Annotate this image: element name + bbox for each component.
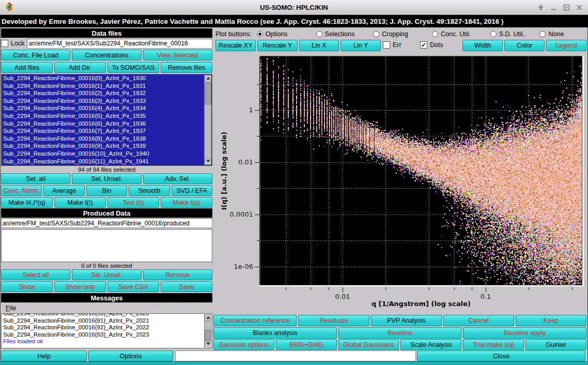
list-item[interactable]: Sub_2294_ReactionFibrine_00016{5}_AzInt_…	[2, 112, 205, 120]
window-resize-bar[interactable]	[0, 361, 588, 365]
view-selected-button[interactable]: View Selected	[143, 50, 212, 60]
show-button[interactable]: Show	[1, 281, 53, 292]
blanks-analysis-button[interactable]: Blanks analysis	[213, 327, 337, 339]
radio-conc-util[interactable]: Conc. Util.	[432, 31, 471, 38]
data-files-list[interactable]: Sub_2294_ReactionFibrine_00016{0}_AzInt_…	[1, 74, 212, 166]
scale-analysis-button[interactable]: Scale Analysis	[400, 339, 461, 350]
scroll-down-button[interactable]	[205, 158, 211, 165]
list-item[interactable]: Sub_2294_ReactionFibrine_00016{9}_AzInt_…	[2, 142, 205, 150]
bin-button[interactable]: Bin	[86, 185, 127, 196]
trial-make-i-q-button[interactable]: Trial make I(q)	[463, 339, 524, 350]
make-i-i-q-button[interactable]: Make I#,I*(q)	[1, 197, 53, 208]
list-item[interactable]: Sub_2294_ReactionFibrine_00016{6}_AzInt_…	[2, 120, 205, 128]
baseline-apply-button[interactable]: Baseline apply	[463, 327, 586, 339]
list-item[interactable]: Sub_2294_ReactionFibrine_00016{2}_AzInt_…	[2, 89, 205, 97]
legend-button[interactable]: Legend	[546, 40, 586, 51]
scroll-thumb[interactable]	[205, 330, 211, 340]
select-all-button[interactable]: Select all	[1, 269, 70, 280]
scroll-up-button[interactable]	[205, 75, 211, 82]
list-item[interactable]: Sub_2294_ReactionFibrine_00016{7}_AzInt_…	[2, 127, 205, 135]
window-title: US-SOMO: HPLC/KIN	[0, 4, 588, 11]
save-button[interactable]: Save	[161, 281, 212, 292]
err-checkbox-wrap[interactable]: Err	[383, 41, 401, 49]
maximize-button[interactable]	[562, 3, 571, 12]
radio-options[interactable]: Options	[257, 31, 288, 38]
list-item[interactable]: Sub_2294_ReactionFibrine_00016{8}_AzInt_…	[2, 135, 205, 143]
list-item[interactable]: Sub_2294_ReactionFibrine_00016{0}_AzInt_…	[2, 74, 205, 82]
lin-x-button[interactable]: Lin X	[299, 40, 339, 51]
list-item[interactable]: Sub_2294_ReactionFibrine_00016{11}_AzInt…	[2, 158, 205, 165]
data-files-header: Data files	[1, 28, 212, 38]
minimize-button[interactable]	[549, 3, 558, 12]
gaussian-options-button[interactable]: Gaussian options	[213, 339, 274, 350]
make-i-t-button[interactable]: Make I(t)	[54, 197, 106, 208]
produced-directory-input[interactable]	[1, 218, 212, 228]
list-item[interactable]: Sub_2294_ReactionFibrine_00016{1}_AzInt_…	[2, 82, 205, 90]
list-item[interactable]: Sub_2294_ReactionFibrine_00016{3}_AzInt_…	[2, 97, 205, 105]
remove-files-button[interactable]: Remove files	[161, 62, 212, 73]
color-button[interactable]: Color	[504, 40, 545, 51]
messages-list[interactable]: Sub_2294_ReactionFibrine_00016{90}_AzInt…	[1, 313, 212, 348]
list-item[interactable]: Sub_2294_ReactionFibrine_00016{93}_AzInt…	[2, 331, 205, 339]
file-menu[interactable]: File	[6, 305, 16, 312]
list-item[interactable]: Sub_2294_ReactionFibrine_00016{92}_AzInt…	[2, 324, 205, 331]
concentrations-button[interactable]: Concentrations	[72, 50, 141, 60]
baseline-button[interactable]: Baseline	[338, 327, 462, 339]
radio-none[interactable]: None	[539, 31, 564, 38]
radio-selections[interactable]: Selections	[316, 31, 355, 38]
scroll-thumb[interactable]	[205, 83, 211, 104]
average-button[interactable]: Average	[43, 185, 84, 196]
concentration-reference-button[interactable]: Concentration reference	[213, 315, 297, 326]
conc-norm-button[interactable]: Conc. Norm.	[1, 185, 42, 196]
remove-button[interactable]: Remove	[143, 269, 212, 280]
test-i-t-button[interactable]: Test I(t)	[107, 197, 159, 208]
sel-unsel-button[interactable]: Sel. Unsel.	[72, 269, 141, 280]
add-dir-button[interactable]: Add Dir.	[54, 62, 106, 73]
err-checkbox[interactable]	[383, 41, 390, 49]
pvp-analysis-button[interactable]: PVP Analysis	[371, 315, 442, 326]
make-i-q-button[interactable]: Make I(q)	[161, 197, 212, 208]
adv-sel-button[interactable]: Adv. Sel.	[143, 173, 212, 184]
show-only-button[interactable]: Show only	[54, 281, 106, 292]
lock-checkbox-wrap[interactable]: Lock	[1, 40, 24, 47]
global-gaussians-button[interactable]: Global Gaussians	[338, 339, 399, 350]
width-button[interactable]: Width	[462, 40, 503, 51]
plot-canvas[interactable]	[215, 52, 586, 314]
dots-checkbox-wrap[interactable]: ✓Dots	[420, 41, 443, 49]
lock-checkbox[interactable]	[1, 40, 8, 47]
list-item[interactable]: Sub_2294_ReactionFibrine_00016{4}_AzInt_…	[2, 104, 205, 112]
list-item[interactable]: Sub_2294_ReactionFibrine_00016{10}_AzInt…	[2, 150, 205, 158]
guinier-button[interactable]: Guinier	[525, 339, 586, 350]
options-button[interactable]: Options	[88, 351, 173, 361]
cancel-button[interactable]: Cancel	[443, 315, 514, 326]
radio-s-d-util[interactable]: S.D. Util..	[490, 31, 527, 38]
svd-efa-button[interactable]: SVD / EFA	[172, 185, 212, 196]
close-main-button[interactable]: Close	[417, 351, 585, 361]
list-item[interactable]: Sub_2294_ReactionFibrine_00016{91}_AzInt…	[2, 317, 205, 325]
rescale-y-button[interactable]: Rescale Y	[257, 40, 298, 51]
smooth-button[interactable]: Smooth	[129, 185, 169, 196]
messages-scrollbar[interactable]	[204, 314, 211, 347]
keep-button[interactable]: Keep	[516, 315, 586, 326]
emg-gmg-button[interactable]: EMG+GMG	[276, 339, 337, 350]
sel-unsel-button[interactable]: Sel. Unsel.	[72, 173, 141, 184]
data-directory-input[interactable]	[27, 39, 212, 49]
scroll-up-button[interactable]	[205, 314, 211, 321]
help-button[interactable]: Help	[1, 351, 87, 361]
rescale-xy-button[interactable]: Rescale XY	[215, 40, 256, 51]
close-button[interactable]	[575, 3, 584, 12]
list-item[interactable]: Files loaded ok	[2, 338, 205, 345]
produced-data-list[interactable]	[1, 229, 212, 262]
data-files-scrollbar[interactable]	[204, 75, 211, 165]
scroll-down-button[interactable]	[205, 341, 211, 347]
lin-y-button[interactable]: Lin Y	[341, 40, 381, 51]
save-csv-button[interactable]: Save CSV	[107, 281, 159, 292]
shade-button[interactable]	[536, 3, 545, 12]
sel-all-button[interactable]: Sel. all	[1, 173, 70, 184]
dots-checkbox[interactable]: ✓	[420, 41, 427, 49]
add-files-button[interactable]: Add files	[1, 62, 53, 73]
to-somo-sas-button[interactable]: To SOMO/SAS	[107, 62, 159, 73]
residuals-button[interactable]: Residuals	[298, 315, 369, 326]
radio-cropping[interactable]: Cropping	[373, 31, 408, 38]
conc-file-load-button[interactable]: Conc. File Load	[1, 50, 70, 60]
